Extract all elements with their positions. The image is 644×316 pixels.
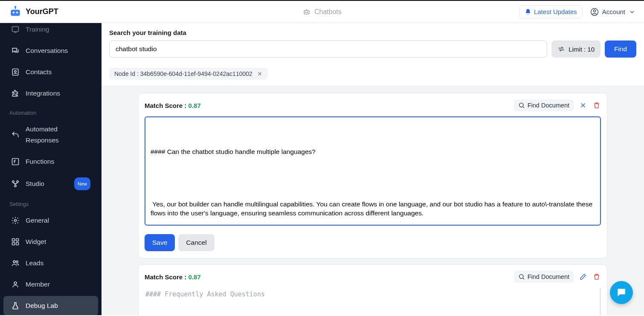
sidebar-item-label: Automated Responses [26,124,90,146]
sidebar-item-label: General [26,215,49,226]
sidebar-section-settings: Settings [0,195,102,210]
bell-icon [525,9,531,15]
svg-point-9 [593,10,595,12]
svg-rect-20 [12,243,15,245]
match-score-value: 0.87 [189,102,201,109]
svg-point-16 [15,185,16,187]
sidebar-item-member[interactable]: Member [3,275,98,294]
svg-point-1 [13,12,15,13]
swap-icon [557,45,565,53]
svg-point-22 [13,261,15,263]
save-button[interactable]: Save [145,234,175,251]
edit-icon[interactable] [579,273,587,281]
header-center-label: Chatbots [314,8,342,16]
sidebar-item-automated-responses[interactable]: Automated Responses [3,119,98,150]
reply-icon [11,130,20,139]
sidebar-item-general[interactable]: General [3,211,98,230]
brand-name: YourGPT [26,7,58,16]
result-text: #### Frequently Asked Questions [145,288,601,315]
find-document-button[interactable]: Find Document [514,99,574,111]
chip-close-icon[interactable] [257,71,263,77]
svg-point-26 [519,275,523,278]
svg-point-24 [14,282,17,284]
chat-fab[interactable] [610,281,633,304]
result-card: Match Score : 0.87 Find Document Save Ca… [138,93,607,258]
sidebar-item-contacts[interactable]: Contacts [3,62,98,82]
find-document-label: Find Document [528,102,569,109]
sidebar-item-functions[interactable]: Functions [3,152,98,171]
search-label: Search your training data [109,29,636,36]
close-icon[interactable] [579,101,587,110]
sidebar-item-widget[interactable]: Widget [3,232,98,252]
robot-small-icon [302,8,311,16]
account-label: Account [602,8,625,15]
sidebar-section-automation: Automation [0,104,102,119]
sidebar-item-label: Integrations [26,88,60,99]
sidebar-item-integrations[interactable]: Integrations [3,84,98,103]
node-id-chip: Node Id : 34b6590e-604d-11ef-9494-0242ac… [109,68,268,80]
header-center[interactable]: Chatbots [302,8,342,16]
member-icon [11,280,20,289]
svg-point-12 [15,70,16,72]
svg-rect-18 [12,239,15,241]
cancel-button[interactable]: Cancel [178,234,214,251]
limit-button[interactable]: Limit : 10 [551,41,600,58]
sidebar-item-label: Leads [26,258,44,269]
svg-point-23 [16,261,18,263]
trash-icon[interactable] [592,273,601,281]
users-icon [11,259,20,267]
latest-updates-button[interactable]: Latest Updates [519,5,583,18]
sidebar-item-conversations[interactable]: Conversations [3,41,98,61]
sidebar-item-label: Contacts [26,67,52,78]
match-score-label: Match Score : [145,102,189,109]
svg-rect-0 [11,9,20,16]
find-document-button[interactable]: Find Document [514,271,574,283]
chat-bubble-icon [616,287,627,298]
svg-point-17 [15,220,17,222]
flow-icon [11,180,20,188]
sidebar-item-studio[interactable]: Studio New [3,173,98,194]
sidebar-item-leads[interactable]: Leads [3,253,98,273]
search-icon [518,102,525,109]
training-icon [11,25,20,34]
account-menu[interactable]: Account [590,8,635,16]
node-id-label: Node Id : 34b6590e-604d-11ef-9494-0242ac… [114,70,252,77]
find-document-label: Find Document [528,273,569,280]
gear-icon [11,216,20,225]
sidebar: Training Conversations Contacts Integrat… [0,23,102,315]
sidebar-item-label: Studio [26,178,44,189]
fx-icon [11,157,20,166]
sidebar-item-label: Functions [26,156,54,167]
puzzle-icon [11,89,20,98]
sidebar-item-label: Training [26,24,49,35]
sidebar-item-label: Conversations [26,45,68,56]
svg-rect-5 [304,10,309,14]
chevron-down-icon [629,9,635,15]
match-score-value: 0.87 [189,273,201,281]
trash-icon[interactable] [592,101,601,110]
main-content: Search your training data Limit : 10 Fin… [102,23,644,315]
widget-icon [11,238,20,246]
sidebar-item-label: Widget [26,236,46,247]
search-input[interactable] [109,41,547,58]
sidebar-item-debug-lab[interactable]: Debug Lab [3,296,98,315]
svg-rect-10 [12,26,19,32]
sidebar-item-training[interactable]: Training [3,23,98,39]
brand[interactable]: YourGPT [9,5,58,19]
flask-icon [11,302,20,310]
svg-point-15 [17,181,18,183]
svg-point-7 [307,12,308,13]
svg-rect-21 [16,243,19,245]
user-circle-icon [590,8,599,16]
sidebar-item-label: Debug Lab [26,300,58,311]
find-button[interactable]: Find [605,41,636,58]
new-badge: New [74,177,90,190]
svg-point-14 [12,181,14,183]
svg-rect-19 [16,239,19,241]
result-editor[interactable] [145,116,601,226]
match-score-label: Match Score : [145,273,189,281]
latest-updates-label: Latest Updates [534,8,577,15]
chat-icon [11,46,20,55]
result-card: Match Score : 0.87 Find Document #### Fr… [138,264,607,315]
contact-icon [11,68,20,76]
